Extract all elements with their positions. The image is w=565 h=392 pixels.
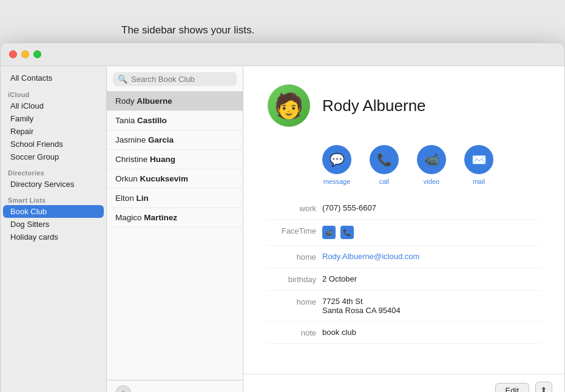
- contact-list-items: Rody Albuerne Tania Castillo Jasmine Gar…: [107, 92, 243, 380]
- detail-pane: 🧑 Rody Albuerne 💬 message 📞 call 📹 video: [243, 66, 564, 392]
- field-value-work[interactable]: (707) 555-6607: [322, 203, 540, 212]
- contact-name: Rody Albuerne: [322, 96, 426, 115]
- search-input[interactable]: [131, 75, 232, 84]
- video-icon: 📹: [417, 145, 446, 174]
- message-action[interactable]: 💬 message: [322, 145, 351, 185]
- main-content: All Contacts iCloud All iCloud Family Re…: [1, 66, 564, 392]
- sidebar-section-icloud: iCloud: [1, 85, 106, 100]
- contact-item-orkun-kucuksevim[interactable]: Orkun Kucuksevim: [107, 169, 243, 189]
- sidebar: All Contacts iCloud All iCloud Family Re…: [1, 66, 107, 392]
- contact-item-magico-martinez[interactable]: Magico Martinez: [107, 208, 243, 228]
- app-window: All Contacts iCloud All iCloud Family Re…: [0, 42, 565, 392]
- minimize-button[interactable]: [21, 50, 29, 58]
- sidebar-item-book-club[interactable]: Book Club: [3, 205, 104, 218]
- field-label-home-address: home: [268, 297, 316, 306]
- field-value-home-address: 7725 4th St Santa Rosa CA 95404: [322, 297, 540, 315]
- field-value-birthday: 2 October: [322, 274, 540, 283]
- field-label-home-email: home: [268, 252, 316, 262]
- video-action[interactable]: 📹 video: [417, 145, 446, 185]
- facetime-audio-icon[interactable]: 📞: [340, 226, 354, 239]
- sidebar-item-repair[interactable]: Repair: [3, 125, 104, 138]
- contact-item-jasmine-garcia[interactable]: Jasmine Garcia: [107, 130, 243, 150]
- mail-action[interactable]: ✉️ mail: [464, 145, 493, 185]
- facetime-video-icon[interactable]: 📹: [322, 226, 336, 239]
- sidebar-section-smart-lists: Smart Lists: [1, 191, 106, 205]
- field-work-phone: work (707) 555-6607: [268, 197, 540, 220]
- field-label-birthday: birthday: [268, 274, 316, 284]
- window-wrapper: The sidebar shows your lists. All Contac…: [0, 24, 565, 392]
- traffic-lights: [9, 50, 41, 58]
- mail-icon: ✉️: [464, 145, 493, 174]
- field-label-note: note: [268, 328, 316, 337]
- add-contact-button[interactable]: +: [115, 385, 131, 392]
- search-icon: 🔍: [118, 75, 127, 84]
- contact-item-rody-albuerne[interactable]: Rody Albuerne: [107, 92, 243, 111]
- contact-item-tania-castillo[interactable]: Tania Castillo: [107, 111, 243, 130]
- field-value-home-email[interactable]: Rody.Albuerne@icloud.com: [322, 252, 540, 261]
- sidebar-item-dog-sitters[interactable]: Dog Sitters: [3, 218, 104, 231]
- contact-fields: work (707) 555-6607 FaceTime 📹 📞: [243, 197, 564, 374]
- video-label: video: [424, 178, 439, 185]
- contact-item-christine-huang[interactable]: Christine Huang: [107, 150, 243, 169]
- field-facetime: FaceTime 📹 📞: [268, 220, 540, 246]
- detail-footer: Edit ⬆: [243, 374, 564, 392]
- contact-list: 🔍 Rody Albuerne Tania Castillo Jasmine G…: [107, 66, 243, 392]
- detail-header: 🧑 Rody Albuerne: [243, 66, 564, 139]
- call-action[interactable]: 📞 call: [370, 145, 399, 185]
- avatar: 🧑: [268, 84, 310, 127]
- sidebar-item-school-friends[interactable]: School Friends: [3, 138, 104, 150]
- field-home-email: home Rody.Albuerne@icloud.com: [268, 246, 540, 268]
- sidebar-item-soccer-group[interactable]: Soccer Group: [3, 150, 104, 163]
- title-bar: [1, 43, 564, 66]
- field-birthday: birthday 2 October: [268, 268, 540, 291]
- contact-list-footer: +: [107, 380, 243, 392]
- field-label-facetime: FaceTime: [268, 226, 316, 235]
- mail-label: mail: [473, 178, 485, 185]
- message-icon: 💬: [322, 145, 351, 174]
- field-value-facetime: 📹 📞: [322, 226, 540, 239]
- sidebar-item-directory-services[interactable]: Directory Services: [3, 178, 104, 191]
- search-input-wrapper: 🔍: [113, 72, 237, 86]
- facetime-icons: 📹 📞: [322, 226, 540, 239]
- sidebar-item-family[interactable]: Family: [3, 112, 104, 125]
- message-label: message: [323, 178, 351, 185]
- field-label-work: work: [268, 203, 316, 213]
- action-buttons: 💬 message 📞 call 📹 video ✉️ mail: [298, 139, 564, 197]
- annotation-top: The sidebar shows your lists.: [121, 24, 254, 36]
- field-note: note book club: [268, 322, 540, 344]
- sidebar-section-directories: Directories: [1, 163, 106, 178]
- share-button[interactable]: ⬆: [535, 382, 552, 392]
- sidebar-item-all-icloud[interactable]: All iCloud: [3, 100, 104, 112]
- field-home-address: home 7725 4th St Santa Rosa CA 95404: [268, 291, 540, 322]
- maximize-button[interactable]: [33, 50, 41, 58]
- edit-button[interactable]: Edit: [495, 383, 529, 393]
- call-label: call: [379, 178, 390, 185]
- search-bar: 🔍: [107, 66, 243, 92]
- contact-item-elton-lin[interactable]: Elton Lin: [107, 189, 243, 208]
- field-value-note: book club: [322, 328, 540, 337]
- sidebar-item-all-contacts[interactable]: All Contacts: [3, 71, 104, 85]
- sidebar-item-holiday-cards[interactable]: Holiday cards: [3, 231, 104, 243]
- close-button[interactable]: [9, 50, 17, 58]
- call-icon: 📞: [370, 145, 399, 174]
